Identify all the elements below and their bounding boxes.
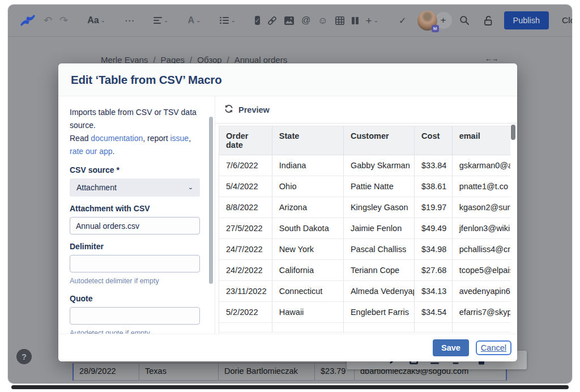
more-formatting-button[interactable]: ⋯	[125, 16, 134, 25]
quote-help-text: Autodetect quote if empty	[70, 329, 200, 334]
app-window: ↶ ↷ Aa ⌄ ⋯ ⌄ A ⌄	[8, 5, 572, 384]
link-button[interactable]	[267, 16, 277, 25]
preview-scrollbar-thumb[interactable]	[511, 125, 515, 140]
table-cell: pchalliss4@cn	[452, 239, 510, 260]
table-cell: 23/11/2022	[219, 281, 272, 302]
image-button[interactable]	[284, 16, 294, 25]
redo-button[interactable]: ↷	[59, 15, 68, 25]
avatar-status-badge: M	[432, 25, 439, 32]
full-width-toggle-icon[interactable]: ←→	[485, 54, 497, 63]
delimiter-help-text: Autodetect delimiter if empty	[70, 277, 200, 285]
table-button[interactable]	[335, 16, 344, 25]
text-color-icon: A	[187, 16, 194, 25]
table-cell: Ohio	[272, 176, 343, 197]
insert-dropdown[interactable]: + ⌄	[366, 15, 379, 26]
table-cell: Teriann Cope	[343, 260, 414, 281]
mention-button[interactable]: @	[301, 16, 310, 25]
table-cell	[415, 323, 453, 333]
help-button[interactable]: ?	[16, 349, 32, 364]
table-cell: Pattie Natte	[343, 176, 414, 197]
table-row: 8/8/2022ArizonaKingsley Gason$19.97kgaso…	[219, 197, 511, 218]
save-button[interactable]: Save	[433, 339, 469, 356]
table-cell: Gabby Skarman	[343, 155, 414, 176]
dialog-title: Edit ‘Table from CSV’ Macro	[71, 73, 221, 87]
table-cell: Jaimie Fenlon	[343, 218, 414, 239]
task-checkbox-button[interactable]: ✓	[255, 16, 260, 25]
column-header: State	[272, 126, 343, 155]
table-cell: 28/9/2022	[74, 364, 139, 380]
table-cell: 27/5/2022	[219, 218, 272, 239]
preview-header: Preview	[215, 96, 517, 123]
column-header: email	[452, 126, 510, 155]
table-row: 27/5/2022South DakotaJaimie Fenlon$49.49…	[219, 218, 511, 239]
chevron-down-icon: ⌄	[196, 18, 201, 23]
table-cell: Arizona	[272, 197, 343, 218]
avatar[interactable]: M	[417, 11, 437, 31]
table-row: 5/4/2022OhioPattie Natte$38.61pnatte1@t.…	[219, 176, 511, 197]
chevron-down-icon: ⌄	[101, 18, 105, 23]
issue-link[interactable]: issue	[170, 134, 189, 143]
table-row: 7/6/2022IndianaGabby Skarman$33.84gskarm…	[219, 155, 511, 176]
table-cell: Englebert Farris	[343, 302, 414, 323]
confluence-logo-icon	[19, 13, 36, 28]
table-cell: California	[272, 260, 343, 281]
close-button[interactable]: Close	[562, 15, 572, 25]
rate-app-link[interactable]: rate our app	[70, 147, 113, 156]
table-cell: Pascal Challiss	[343, 239, 414, 260]
unlock-button[interactable]	[484, 15, 493, 26]
table-cell: $33.84	[415, 155, 453, 176]
dialog-footer: Save Cancel	[58, 334, 517, 361]
chevron-down-icon: ⌄	[374, 18, 378, 23]
attachment-label: Attachment with CSV	[70, 204, 200, 213]
search-button[interactable]	[459, 15, 470, 25]
emoji-button[interactable]: ☺	[318, 16, 327, 25]
cancel-button[interactable]: Cancel	[476, 340, 511, 355]
table-cell: $49.49	[415, 218, 453, 239]
form-scrollbar-thumb[interactable]	[209, 117, 213, 284]
documentation-link[interactable]: documentation	[91, 134, 143, 143]
screenshot-frame: ↶ ↷ Aa ⌄ ⋯ ⌄ A ⌄	[0, 0, 580, 392]
column-header: Customer	[343, 126, 414, 155]
table-cell	[272, 323, 343, 333]
dialog-header: Edit ‘Table from CSV’ Macro	[58, 63, 517, 96]
table-cell: Texas	[139, 364, 219, 380]
preview-panel: Preview Order dateStateCustomerCostemail…	[215, 96, 517, 334]
table-row: 5/2/2022HawaiiEnglebert Farris$34.54efar…	[219, 302, 511, 323]
table-cell: New York	[272, 239, 343, 260]
refresh-icon[interactable]	[224, 104, 233, 116]
table-cell: 8/8/2022	[219, 197, 272, 218]
table-cell: efarris7@skyp	[452, 302, 510, 323]
bullet-list-icon	[220, 17, 229, 24]
table-cell: Dorie Bartlomieczak	[219, 364, 315, 380]
macro-form-panel: Imports table from CSV or TSV data sourc…	[58, 96, 215, 334]
attachment-input[interactable]	[70, 217, 200, 235]
table-cell: $34.98	[415, 239, 453, 260]
text-style-dropdown[interactable]: Aa ⌄	[87, 15, 105, 25]
table-cell: South Dakota	[272, 218, 343, 239]
table-cell: $19.97	[415, 197, 453, 218]
chevron-down-icon: ⌄	[164, 18, 168, 23]
delimiter-input[interactable]	[70, 255, 200, 272]
text-color-dropdown[interactable]: A ⌄	[187, 16, 201, 25]
table-cell: 24/2/2022	[219, 260, 272, 281]
table-cell: Hawaii	[272, 302, 343, 323]
table-row: 24/7/2022New YorkPascal Challiss$34.98pc…	[219, 239, 511, 260]
quote-input[interactable]	[70, 307, 200, 325]
layout-columns-button[interactable]	[352, 17, 359, 24]
align-text-icon	[153, 17, 162, 24]
preview-table: Order dateStateCustomerCostemail7/6/2022…	[219, 126, 510, 333]
list-dropdown[interactable]: ⌄	[220, 17, 235, 24]
csv-source-value: Attachment	[76, 183, 117, 192]
publish-button[interactable]: Publish	[504, 11, 549, 29]
saved-indicator-icon: ✓	[399, 15, 406, 26]
alignment-dropdown[interactable]: ⌄	[153, 17, 168, 24]
plus-icon: +	[366, 15, 372, 26]
table-cell: 7/6/2022	[219, 155, 272, 176]
preview-label: Preview	[238, 105, 270, 114]
table-cell: gskarman0@a	[452, 155, 510, 176]
delimiter-label: Delimiter	[70, 242, 200, 251]
csv-source-select[interactable]: Attachment ⌄	[70, 178, 200, 197]
table-cell: Connecticut	[272, 281, 343, 302]
column-header: Order date	[219, 126, 272, 155]
undo-button[interactable]: ↶	[44, 15, 52, 25]
